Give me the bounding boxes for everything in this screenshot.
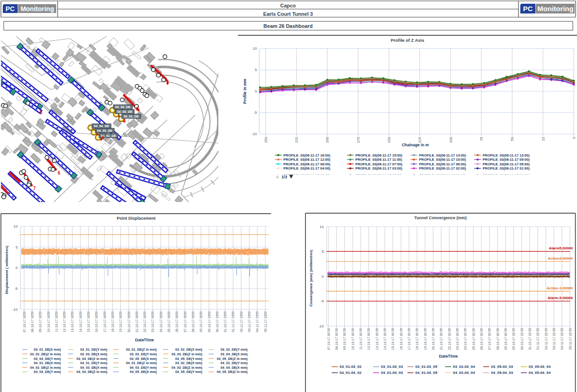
svg-text:Tunnel Convergence (mm): Tunnel Convergence (mm) (414, 216, 467, 220)
svg-text:03_01_DE(Y mm): 03_01_DE(Y mm) (80, 347, 108, 352)
svg-text:04_04_DE(X mm): 04_04_DE(X mm) (221, 366, 248, 370)
svg-text:03_01-03_02: 03_01-03_02 (340, 365, 362, 369)
svg-text:PROFILE_03(06-11-17 06:00): PROFILE_03(06-11-17 06:00) (419, 162, 466, 166)
svg-text:16-10-17 00:59: 16-10-17 00:59 (400, 328, 403, 350)
svg-text:04_05-04_04: 04_05-04_04 (529, 371, 551, 375)
svg-text:25-10-17 00:59: 25-10-17 00:59 (472, 328, 475, 350)
svg-text:PC: PC (6, 5, 14, 13)
svg-text:04_05-04_03: 04_05-04_03 (491, 371, 513, 375)
svg-text:05-11-17 2359: 05-11-17 2359 (264, 311, 267, 332)
svg-text:04_03_DE(X mm): 04_03_DE(X mm) (80, 366, 108, 370)
svg-text:250: 250 (264, 137, 268, 143)
svg-text:03_05_DE(Z in mm): 03_05_DE(Z in mm) (217, 357, 248, 361)
svg-text:PROFILE_03(06-11-17 13:00): PROFILE_03(06-11-17 13:00) (483, 153, 530, 157)
svg-text:22-10-17 0059: 22-10-17 0059 (143, 311, 146, 333)
svg-text:04_01_DE(Y mm): 04_01_DE(Y mm) (80, 361, 108, 365)
svg-text:PROFILE_03(06-11-17 16:00): PROFILE_03(06-11-17 16:00) (283, 153, 330, 157)
svg-text:04_03_DE: 04_03_DE (97, 129, 112, 132)
svg-text:Alarm5.00000: Alarm5.00000 (549, 246, 573, 250)
svg-text:19-10-17 00:59: 19-10-17 00:59 (424, 328, 427, 350)
svg-text:5: 5 (16, 245, 18, 249)
svg-text:Alarm-5.00000: Alarm-5.00000 (548, 296, 573, 300)
svg-text:-10: -10 (12, 307, 18, 312)
svg-text:10: 10 (253, 46, 257, 51)
svg-text:2: 2 (136, 106, 139, 111)
svg-text:5: 5 (255, 68, 257, 72)
svg-text:03_01_DE(Z in mm): 03_01_DE(Z in mm) (126, 347, 157, 352)
svg-text:0: 0 (255, 89, 257, 93)
svg-text:04_01-04_02: 04_01-04_02 (340, 371, 362, 375)
svg-text:04_02_DE(Z in mm): 04_02_DE(Z in mm) (30, 366, 61, 370)
svg-text:04_05_DE(Z in mm): 04_05_DE(Z in mm) (217, 370, 248, 374)
svg-text:3: 3 (123, 118, 126, 124)
svg-text:PROFILE_03(06-11-17 11:00): PROFILE_03(06-11-17 11:00) (355, 157, 402, 162)
svg-text:Earls Court Tunnel 3: Earls Court Tunnel 3 (263, 11, 313, 17)
svg-text:Action-3.00000: Action-3.00000 (547, 286, 573, 290)
svg-text:03_03_DE(Z in mm): 03_03_DE(Z in mm) (171, 352, 203, 356)
svg-text:Profile in mm: Profile in mm (243, 78, 247, 104)
svg-text:04_02_DE(Y mm): 04_02_DE(Y mm) (221, 361, 248, 365)
svg-text:25: 25 (541, 137, 545, 141)
svg-text:04_04_DE(Z in mm): 04_04_DE(Z in mm) (77, 370, 108, 374)
svg-text:125: 125 (418, 137, 422, 143)
svg-text:04_01-04_03: 04_01-04_03 (381, 371, 403, 375)
svg-text:03_05_DE(X mm): 03_05_DE(X mm) (130, 357, 157, 361)
svg-text:09-10-17 00:59: 09-10-17 00:59 (343, 328, 346, 350)
svg-text:22-10-17 00:59: 22-10-17 00:59 (448, 328, 451, 350)
svg-text:02-11-17 2359: 02-11-17 2359 (240, 311, 243, 332)
svg-text:01-11-17 23:59: 01-11-17 23:59 (536, 328, 539, 350)
svg-text:24-10-17 0059: 24-10-17 0059 (159, 311, 163, 333)
svg-text:23-10-17 0059: 23-10-17 0059 (151, 311, 154, 333)
svg-text:PROFILE_03(06-11-17 10:00): PROFILE_03(06-11-17 10:00) (419, 157, 466, 162)
svg-text:Date/Time: Date/Time (439, 354, 458, 359)
svg-text:07-10-17 00:59: 07-10-17 00:59 (327, 328, 330, 350)
svg-text:PROFILE_03(06-11-17 07:00): PROFILE_03(06-11-17 07:00) (355, 162, 402, 166)
svg-text:4: 4 (101, 135, 104, 140)
svg-text:10: 10 (320, 225, 324, 229)
svg-text:17-10-17 00:59: 17-10-17 00:59 (407, 328, 411, 350)
svg-text:26-10-17 0059: 26-10-17 0059 (175, 311, 178, 333)
svg-text:12-10-17 0059: 12-10-17 0059 (63, 311, 66, 333)
svg-text:PROFILE_03(06-11-17 14:00): PROFILE_03(06-11-17 14:00) (419, 153, 466, 157)
svg-text:03_02_DE(X mm): 03_02_DE(X mm) (175, 347, 203, 352)
svg-text:07-10-17 0059: 07-10-17 0059 (23, 311, 26, 333)
svg-text:03_03_DE(X mm): 03_03_DE(X mm) (80, 352, 108, 356)
svg-text:15-10-17 00:59: 15-10-17 00:59 (391, 328, 394, 350)
svg-text:PROFILE_03(06-11-17 03:00): PROFILE_03(06-11-17 03:00) (355, 166, 402, 170)
svg-text:26-10-17 00:59: 26-10-17 00:59 (480, 328, 483, 350)
svg-text:04_03_DE(Z in mm): 04_03_DE(Z in mm) (171, 366, 203, 370)
svg-text:30-10-17 23:59: 30-10-17 23:59 (520, 328, 524, 350)
svg-text:03-11-17 23:59: 03-11-17 23:59 (552, 328, 556, 350)
svg-text:08-10-17 0059: 08-10-17 0059 (31, 311, 34, 333)
svg-text:-5: -5 (254, 111, 257, 115)
svg-text:03_01_DE: 03_01_DE (124, 115, 139, 118)
svg-text:03_05-03_04: 03_05-03_04 (529, 365, 551, 369)
svg-text:04_05_DE(Y mm): 04_05_DE(Y mm) (175, 370, 203, 374)
svg-text:Date/Time: Date/Time (135, 338, 154, 342)
svg-text:04_04_DE(Y mm): 04_04_DE(Y mm) (34, 370, 61, 374)
svg-text:03_01-03_03: 03_01-03_03 (381, 365, 403, 369)
svg-text:10-10-17 00:59: 10-10-17 00:59 (351, 328, 354, 350)
svg-text:18-10-17 0059: 18-10-17 0059 (111, 311, 114, 333)
svg-text:-5: -5 (14, 287, 18, 291)
svg-text:0: 0 (16, 266, 18, 270)
svg-text:0: 0 (572, 137, 576, 139)
svg-text:29-10-17 2359: 29-10-17 2359 (208, 311, 211, 333)
svg-text:PROFILE_03(06-11-17 15:00): PROFILE_03(06-11-17 15:00) (355, 153, 402, 157)
svg-text:Profile of Z Axis: Profile of Z Axis (391, 38, 424, 43)
svg-text:29-10-17 0059: 29-10-17 0059 (199, 311, 203, 333)
svg-text:7: 7 (33, 186, 36, 191)
svg-text:03_03_DE(Y mm): 03_03_DE(Y mm) (130, 352, 157, 356)
svg-text:PROFILE_03(06-11-17 02:00): PROFILE_03(06-11-17 02:00) (419, 166, 466, 170)
svg-text:PROFILE_03(06-11-17 12:00): PROFILE_03(06-11-17 12:00) (283, 157, 330, 162)
svg-text:Monitoring: Monitoring (538, 5, 573, 13)
svg-text:28-10-17 0059: 28-10-17 0059 (191, 311, 195, 333)
svg-text:Capco: Capco (280, 3, 296, 8)
svg-text:01-11-17 2359: 01-11-17 2359 (231, 311, 235, 332)
svg-text:25-10-17 0059: 25-10-17 0059 (167, 311, 170, 333)
svg-text:150: 150 (387, 137, 391, 143)
svg-text:03-11-17 2359: 03-11-17 2359 (248, 311, 251, 332)
svg-text:04-11-17 2359: 04-11-17 2359 (256, 311, 259, 332)
svg-text:225: 225 (295, 137, 299, 143)
svg-text:10-10-17 0059: 10-10-17 0059 (47, 311, 50, 333)
